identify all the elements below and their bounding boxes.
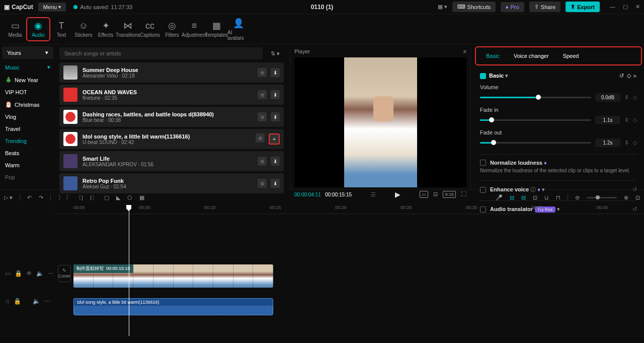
checkbox-normalize[interactable] (480, 160, 486, 166)
tab-audio[interactable]: ◉Audio (26, 17, 50, 41)
keyframe-icon[interactable]: ◇ (633, 94, 637, 101)
search-input[interactable] (59, 47, 263, 59)
props-tab-voice[interactable]: Voice changer (507, 50, 556, 62)
audio-track-icon[interactable]: ⊟ (521, 194, 526, 201)
download-button[interactable]: ⬇ (271, 179, 280, 188)
grid-tool[interactable]: ▦ (139, 194, 144, 201)
favorite-button[interactable]: ☆ (258, 157, 267, 166)
redo-button[interactable]: ↷ (39, 194, 43, 201)
shield-tool[interactable]: ⬡ (127, 194, 132, 201)
layout-icon[interactable]: ▦ ▾ (438, 4, 447, 10)
snap-icon[interactable]: ⊓ (556, 194, 560, 201)
player-preview[interactable] (294, 57, 466, 187)
fadein-slider[interactable] (480, 119, 591, 121)
export-button[interactable]: ⬆Export (566, 2, 600, 12)
song-item[interactable]: OCEAN AND WAVESfinetune · 02:35 ☆⬇ (59, 85, 284, 105)
play-button[interactable]: ▶ (395, 190, 400, 198)
props-tab-speed[interactable]: Speed (556, 50, 586, 62)
tab-transitions[interactable]: ⋈Transitions (117, 18, 139, 41)
sidebar-item-beats[interactable]: Beats (0, 147, 55, 159)
pointer-tool[interactable]: ▷ ▾ (4, 194, 13, 201)
tab-filters[interactable]: ◎Filters (161, 18, 183, 41)
reset-icon[interactable]: ↺ (619, 73, 624, 79)
tab-media[interactable]: ▭Media (4, 18, 26, 41)
tab-captions[interactable]: ccCaptions (139, 18, 161, 41)
volume-slider[interactable] (480, 97, 591, 98)
video-clip[interactable]: 制作蛋糕特写 00:00:15:15 (73, 264, 273, 288)
sidebar-item-vlog[interactable]: Vlog (0, 111, 55, 123)
enable-audio-icon[interactable]: ⊟ (510, 194, 514, 201)
list-icon[interactable]: ☰ (371, 191, 376, 198)
zoom-out-icon[interactable]: ⊖ (575, 194, 580, 201)
audio-track-icon[interactable]: ♫ (5, 298, 10, 305)
magnet-icon[interactable]: ⊔ (544, 194, 549, 201)
stepper-icon[interactable]: ⇕ (624, 117, 629, 123)
eye-icon[interactable]: 👁 (26, 270, 32, 277)
props-tab-basic[interactable]: Basic (479, 50, 507, 62)
timeline-ruler[interactable]: 00:00 00:05 00:10 00:15 00:20 00:25 00:3… (55, 205, 644, 214)
sidebar-item-warm[interactable]: Warm (0, 159, 55, 171)
tab-adjustment[interactable]: ≡Adjustment (183, 18, 205, 41)
favorite-button[interactable]: ☆ (258, 90, 267, 99)
sidebar-item-newyear[interactable]: 🎄New Year (0, 74, 55, 86)
tab-templates[interactable]: ▦Templates (205, 18, 227, 41)
tab-text[interactable]: TText (50, 18, 72, 41)
download-button[interactable]: ⬇ (271, 68, 280, 77)
keyframe-icon[interactable]: ◇ (633, 117, 637, 123)
player-menu-icon[interactable]: ≡ (463, 48, 466, 54)
sidebar-item-travel[interactable]: Travel (0, 123, 55, 135)
favorite-button[interactable]: ☆ (258, 179, 267, 188)
shortcuts-button[interactable]: ⌨Shortcuts (452, 2, 496, 12)
link-icon[interactable]: ⊡ (533, 194, 537, 201)
download-button[interactable]: ⬇ (271, 157, 280, 166)
stepper-icon[interactable]: ⇕ (624, 94, 629, 101)
lock-icon[interactable]: 🔒 (15, 270, 22, 277)
split-tool[interactable]: 〕〔 (58, 194, 69, 201)
mic-icon[interactable]: 🎤 (496, 194, 503, 201)
favorite-button[interactable]: ☆ (256, 133, 265, 143)
playhead[interactable] (129, 205, 129, 336)
share-button[interactable]: ⇪Share (529, 2, 560, 12)
keyframe-icon[interactable]: ◇ (633, 140, 637, 146)
fullscreen-icon[interactable]: ⛶ (461, 191, 466, 198)
lock-icon[interactable]: 🔒 (14, 298, 21, 305)
trim-right-tool[interactable]: |〕 (90, 194, 97, 201)
zoom-fit-icon[interactable]: ⊡ (635, 194, 640, 201)
speaker-icon[interactable]: 🔈 (33, 298, 40, 305)
song-item[interactable]: Retro Pop FunkAleksei Guz · 01:54 ☆⬇ (59, 173, 284, 193)
song-item[interactable]: Dashing races, battles, and battle loops… (59, 107, 284, 127)
track-toggle-icon[interactable]: ▭ (5, 270, 11, 277)
sidebar-item-trending[interactable]: Trending (0, 135, 55, 147)
trim-left-tool[interactable]: 〔| (76, 194, 83, 201)
sidebar-item-viphot[interactable]: VIP HOT (0, 86, 55, 98)
tab-ai-avatars[interactable]: 👤AI avatars (227, 18, 250, 41)
info-icon[interactable]: ⓘ (530, 186, 536, 192)
sidebar-music[interactable]: Music▾ (0, 61, 55, 74)
reset-icon[interactable]: ↺ (632, 186, 637, 193)
delete-tool[interactable]: ▢ (104, 194, 109, 201)
aspect-ratio[interactable]: 9:16 (443, 191, 456, 198)
chevron-down-icon[interactable]: ▾ (542, 186, 545, 192)
stepper-icon[interactable]: ⇕ (624, 140, 629, 146)
zoom-slider[interactable] (587, 197, 617, 198)
fadeout-slider[interactable] (480, 142, 591, 144)
song-item[interactable]: Smart LifeALEKSANDAR KIPROV · 01:56 ☆⬇ (59, 151, 284, 171)
checkbox-enhance[interactable] (480, 187, 486, 193)
minimize-icon[interactable]: — (610, 4, 615, 10)
add-to-timeline-button[interactable]: + (269, 133, 280, 145)
chevron-down-icon[interactable]: ▾ (505, 73, 508, 79)
pro-button[interactable]: ♦Pro (501, 2, 524, 12)
tab-stickers[interactable]: ☺Stickers (72, 18, 95, 41)
keyframe-next-icon[interactable]: ▹ (634, 73, 637, 79)
keyframe-icon[interactable]: ◇ (627, 73, 631, 79)
maximize-icon[interactable]: ▢ (623, 4, 628, 10)
tab-effects[interactable]: ✦Effects (95, 18, 117, 41)
favorite-button[interactable]: ☆ (258, 68, 267, 77)
menu-button[interactable]: Menu▾ (38, 3, 66, 12)
song-item[interactable]: Summer Deep HouseAlexander Virko · 02:18… (59, 62, 284, 83)
sidebar-item-pop[interactable]: Pop (0, 171, 55, 183)
download-button[interactable]: ⬇ (271, 112, 280, 121)
song-item[interactable]: Idol song style, a little bit warm(11366… (59, 129, 284, 149)
zoom-in-icon[interactable]: ⊕ (624, 194, 628, 201)
sidebar-item-christmas[interactable]: 🎅Christmas (0, 98, 55, 111)
